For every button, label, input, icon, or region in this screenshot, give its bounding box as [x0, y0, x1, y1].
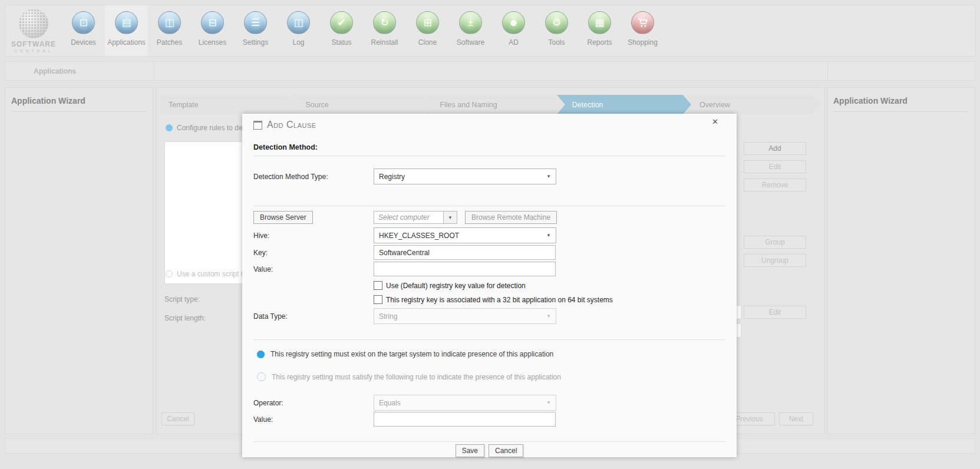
script-type-label: Script type:	[164, 295, 229, 303]
window-icon	[253, 121, 262, 130]
toolbar-item-status[interactable]: ✔ Status	[320, 5, 363, 56]
key-label: Key:	[253, 249, 374, 257]
wizard-tabstrip: Template Source Files and Naming Detecti…	[160, 95, 820, 114]
tab-source[interactable]: Source	[290, 95, 431, 114]
save-button[interactable]: Save	[456, 444, 484, 457]
must-exist-radio[interactable]	[257, 351, 265, 358]
data-type-select: String ▼	[374, 308, 556, 324]
toolbar-item-reinstall[interactable]: ↻ Reinstall	[363, 5, 406, 56]
detection-method-type-select[interactable]: Registry ▼	[374, 169, 556, 184]
right-panel-title: Application Wizard	[827, 88, 975, 105]
toolbar-item-software[interactable]: ± Software	[449, 5, 492, 56]
hive-select[interactable]: HKEY_CLASSES_ROOT ▼	[374, 227, 556, 243]
tab-template[interactable]: Template	[160, 95, 297, 114]
ungroup-button[interactable]: Ungroup	[744, 254, 806, 267]
tab-detection[interactable]: Detection	[557, 95, 691, 114]
divider	[253, 206, 725, 206]
divider	[11, 111, 147, 112]
script-edit-button[interactable]: Edit	[744, 306, 806, 319]
toolbar-item-tools[interactable]: ⚙ Tools	[535, 5, 578, 56]
divider	[253, 441, 725, 442]
divider	[833, 111, 969, 112]
detection-method-section-label: Detection Method:	[253, 143, 725, 151]
rule-value-label: Value:	[253, 415, 374, 424]
main-toolbar: SOFTWARE CENTRAL ⊡ Devices ▤ Application…	[5, 5, 975, 57]
dialog-header: Add Clause ✕	[253, 114, 725, 133]
logo-sphere-icon	[19, 9, 48, 38]
browse-remote-machine-button[interactable]: Browse Remote Machine	[465, 211, 557, 224]
hive-label: Hive:	[253, 232, 374, 240]
remove-button[interactable]: Remove	[744, 179, 806, 191]
close-icon[interactable]: ✕	[712, 117, 718, 126]
logo-text-2: CENTRAL	[14, 48, 52, 54]
must-satisfy-radio[interactable]	[257, 372, 266, 381]
breadcrumb-divider	[154, 62, 154, 80]
rule-value-input[interactable]	[374, 412, 556, 427]
left-panel-title: Application Wizard	[5, 88, 153, 105]
select-computer-combo: Select computer ▼	[374, 211, 457, 224]
wrench-icon: ⚙	[545, 11, 568, 34]
tab-overview[interactable]: Overview	[684, 95, 820, 114]
folder-icon: ⊟	[201, 11, 224, 34]
chevron-down-icon: ▼	[546, 313, 551, 319]
script-length-label: Script length:	[164, 314, 229, 322]
app-stack-icon: ▤	[115, 11, 138, 34]
operator-label: Operator:	[253, 399, 374, 407]
toolbar-item-applications[interactable]: ▤ Applications	[105, 5, 148, 56]
breadcrumb-divider	[827, 62, 828, 80]
cart-icon	[631, 11, 654, 34]
toolbar-item-patches[interactable]: ◫ Patches	[148, 5, 191, 56]
report-icon: ▦	[588, 11, 611, 34]
data-type-label: Data Type:	[253, 312, 374, 321]
dialog-title: Add Clause	[267, 120, 316, 130]
combo-dropdown-button[interactable]: ▼	[444, 211, 457, 224]
people-icon: ☻	[502, 11, 525, 34]
configure-rules-radio[interactable]	[166, 124, 173, 131]
copy-pages-icon: ⊞	[416, 11, 439, 34]
softwarecentral-logo: SOFTWARE CENTRAL	[5, 5, 62, 56]
add-button[interactable]: Add	[744, 142, 806, 155]
wow64-checkbox[interactable]	[374, 295, 382, 304]
next-button[interactable]: Next	[779, 412, 813, 425]
cancel-button[interactable]: Cancel	[489, 444, 523, 457]
chevron-down-icon: ▼	[448, 215, 453, 220]
group-button[interactable]: Group	[744, 236, 806, 249]
checkmark-icon: ✔	[330, 11, 353, 34]
edit-button[interactable]: Edit	[744, 160, 806, 173]
custom-script-label: Use a custom script to	[177, 270, 243, 278]
toolbar-item-clone[interactable]: ⊞ Clone	[406, 5, 449, 56]
use-default-checkbox[interactable]	[374, 281, 382, 290]
chevron-down-icon: ▼	[546, 174, 551, 179]
plus-minus-icon: ±	[459, 11, 482, 34]
toolbar-item-settings[interactable]: ☰ Settings	[234, 5, 277, 56]
refresh-icon: ↻	[373, 11, 396, 34]
breadcrumb[interactable]: Applications	[34, 67, 76, 75]
toolbar-item-log[interactable]: ◫ Log	[277, 5, 320, 56]
value-label: Value:	[253, 265, 374, 273]
key-input[interactable]	[374, 245, 556, 260]
right-wizard-panel: Application Wizard	[827, 87, 975, 434]
breadcrumb-bar: Applications	[5, 61, 975, 81]
tab-files-and-naming[interactable]: Files and Naming	[424, 95, 563, 114]
chevron-down-icon: ▼	[546, 233, 551, 238]
toolbar-item-ad[interactable]: ☻ AD	[492, 5, 535, 56]
select-computer-input[interactable]: Select computer	[374, 211, 444, 224]
browse-server-button[interactable]: Browse Server	[253, 211, 313, 224]
must-satisfy-radio-label: This registry setting must satisfy the f…	[272, 373, 561, 381]
monitor-icon: ⊡	[72, 11, 95, 34]
softwarecentral-app: SOFTWARE CENTRAL ⊡ Devices ▤ Application…	[0, 0, 980, 469]
divider	[253, 339, 725, 340]
custom-script-radio[interactable]	[166, 270, 173, 278]
value-input[interactable]	[374, 262, 556, 276]
toolbar-item-shopping[interactable]: Shopping	[621, 5, 664, 56]
toolbar-item-reports[interactable]: ▦ Reports	[578, 5, 621, 56]
list-icon: ☰	[244, 11, 267, 34]
wizard-cancel-button[interactable]: Cancel	[161, 412, 194, 425]
divider	[253, 156, 725, 156]
wow64-checkbox-label: This registry key is associated with a 3…	[386, 296, 613, 304]
use-default-checkbox-label: Use (Default) registry key value for det…	[386, 282, 526, 290]
toolbar-item-devices[interactable]: ⊡ Devices	[62, 5, 105, 56]
configure-rules-label: Configure rules to det	[177, 124, 243, 132]
chevron-down-icon: ▼	[546, 400, 551, 405]
toolbar-item-licenses[interactable]: ⊟ Licenses	[191, 5, 234, 56]
